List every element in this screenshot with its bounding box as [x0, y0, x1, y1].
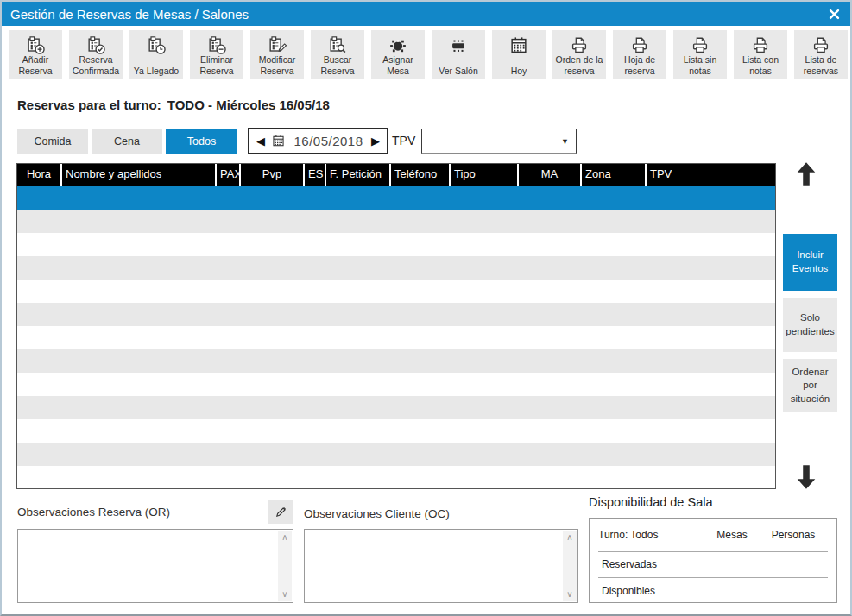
column-header-zona[interactable]: Zona [582, 164, 647, 186]
toolbar-button-lista-sin-notas[interactable]: Lista sin notas [673, 30, 727, 79]
incluir-eventos-button[interactable]: Incluir Eventos [783, 234, 837, 291]
scrollbar[interactable]: ∧ ∨ [278, 531, 292, 601]
column-header-tpv[interactable]: TPV [647, 164, 775, 186]
print-icon [749, 35, 772, 56]
toolbar-button-anadir-reserva[interactable]: Añadir Reserva [9, 30, 62, 79]
toolbar-button-label: Asignar Mesa [372, 54, 424, 76]
reservadas-row: Reservadas [602, 558, 657, 570]
observaciones-reserva-label: Observaciones Reserva (OR) [17, 506, 170, 519]
edit-observations-button[interactable] [268, 500, 293, 524]
toolbar-button-asignar-mesa[interactable]: Asignar Mesa [371, 30, 425, 79]
arrow-up-icon [793, 160, 819, 188]
tpv-dropdown[interactable]: ▼ [421, 129, 577, 154]
disponibilidad-box: Turno: Todos Mesas Personas Reservadas D… [589, 518, 837, 603]
divider [598, 551, 828, 552]
filter-cena-button[interactable]: Cena [92, 129, 162, 154]
filter-todos-button[interactable]: Todos [166, 129, 237, 154]
disponibilidad-header: Turno: Todos Mesas Personas [590, 519, 836, 551]
date-value[interactable]: 16/05/2018 [292, 134, 365, 148]
chevron-down-icon: ▼ [561, 137, 569, 146]
table-row[interactable] [17, 326, 775, 349]
toolbar-button-label: Reserva Confirmada [70, 54, 122, 76]
reservations-table: Hora Nombre y apellidos PAX Pvp ES F. Pe… [16, 163, 776, 489]
column-header-telefono[interactable]: Teléfono [391, 164, 451, 186]
table-row[interactable] [17, 396, 775, 419]
column-header-pvp[interactable]: Pvp [241, 164, 305, 186]
scroll-down-icon[interactable]: ∨ [281, 590, 287, 599]
toolbar-button-modificar-reserva[interactable]: Modificar Reserva [250, 30, 304, 79]
search-reservation-icon [326, 35, 349, 56]
column-header-nombre[interactable]: Nombre y apellidos [62, 164, 217, 186]
previous-day-icon[interactable]: ◀ [256, 135, 265, 147]
toolbar-button-hoy[interactable]: Hoy [492, 30, 546, 79]
table-row[interactable] [17, 466, 775, 489]
print-icon [628, 35, 651, 56]
toolbar-button-buscar-reserva[interactable]: Buscar Reserva [311, 30, 364, 79]
close-icon [829, 9, 840, 20]
date-picker: ◀ 16/05/2018 ▶ [248, 128, 388, 154]
toolbar-button-lista-con-notas[interactable]: Lista con notas [734, 30, 787, 79]
edit-reservation-icon [266, 35, 288, 56]
assign-table-icon [387, 35, 409, 56]
table-row[interactable] [17, 210, 775, 233]
scroll-down-button[interactable] [793, 463, 819, 491]
close-button[interactable] [826, 6, 842, 22]
scroll-down-icon[interactable]: ∨ [566, 590, 572, 599]
observaciones-cliente-textarea[interactable]: ∧ ∨ [304, 529, 578, 603]
disponibilidad-title: Disponibilidad de Sala [589, 495, 713, 509]
table-row[interactable] [17, 303, 775, 326]
selected-table-row[interactable] [17, 186, 775, 210]
next-day-icon[interactable]: ▶ [371, 135, 380, 147]
column-header-f-peticion[interactable]: F. Petición [326, 164, 391, 186]
scroll-up-button[interactable] [793, 160, 819, 188]
toolbar-button-ver-salon[interactable]: Ver Salón [432, 30, 485, 79]
delete-reservation-icon [205, 35, 228, 56]
observaciones-cliente-label: Observaciones Cliente (OC) [304, 507, 450, 520]
column-header-ma[interactable]: MA [519, 164, 582, 186]
toolbar-button-eliminar-reserva[interactable]: Eliminar Reserva [190, 30, 243, 79]
divider [598, 577, 828, 578]
column-header-es[interactable]: ES [305, 164, 326, 186]
toolbar-button-ya-llegado[interactable]: Ya Llegado [129, 30, 183, 79]
turno-label: Turno: Todos [598, 529, 705, 541]
print-icon [568, 35, 590, 56]
observaciones-reserva-textarea[interactable]: ∧ ∨ [17, 529, 293, 603]
table-row[interactable] [17, 419, 775, 443]
table-row[interactable] [17, 233, 775, 256]
reservation-manager-window: Gestión de Reservas de Mesas / Salones A… [0, 0, 852, 616]
toolbar-button-label: Ver Salón [432, 66, 484, 76]
column-header-pax[interactable]: PAX [217, 164, 241, 186]
table-row[interactable] [17, 373, 775, 396]
page-title: Reservas para el turno:TODO - Miércoles … [17, 97, 330, 112]
table-row[interactable] [17, 256, 775, 280]
disponibles-row: Disponibles [602, 585, 655, 597]
scroll-up-icon[interactable]: ∧ [566, 533, 572, 542]
confirmed-reservation-icon [85, 35, 107, 56]
solo-pendientes-button[interactable]: Solo pendientes [783, 298, 837, 352]
toolbar-button-label: Ya Llegado [130, 66, 182, 76]
toolbar-button-label: Añadir Reserva [9, 54, 61, 76]
table-row[interactable] [17, 280, 775, 303]
toolbar-button-label: Lista de reservas [795, 54, 847, 76]
scroll-up-icon[interactable]: ∧ [281, 533, 287, 542]
ordenar-por-situacion-button[interactable]: Ordenar por situación [783, 359, 837, 412]
toolbar-button-orden-de-la-reserva[interactable]: Orden de la reserva [552, 30, 606, 79]
column-header-hora[interactable]: Hora [17, 164, 62, 186]
page-title-label: Reservas para el turno: [17, 97, 161, 112]
scrollbar[interactable]: ∧ ∨ [563, 531, 577, 601]
toolbar-button-label: Hoy [493, 66, 545, 76]
table-row[interactable] [17, 349, 775, 373]
table-row[interactable] [17, 443, 775, 466]
toolbar-button-hoja-de-reserva[interactable]: Hoja de reserva [613, 30, 666, 79]
arrived-icon [145, 35, 167, 56]
titlebar: Gestión de Reservas de Mesas / Salones [2, 2, 850, 26]
filter-comida-button[interactable]: Comida [17, 129, 88, 154]
toolbar-button-reserva-confirmada[interactable]: Reserva Confirmada [69, 30, 123, 79]
window-title: Gestión de Reservas de Mesas / Salones [10, 7, 826, 22]
toolbar-button-label: Lista sin notas [674, 54, 726, 76]
add-reservation-icon [24, 35, 47, 56]
toolbar-button-lista-de-reservas[interactable]: Lista de reservas [794, 30, 848, 79]
column-header-tipo[interactable]: Tipo [451, 164, 519, 186]
page-title-value: TODO - Miércoles 16/05/18 [167, 97, 330, 112]
toolbar-button-label: Orden de la reserva [553, 54, 605, 76]
